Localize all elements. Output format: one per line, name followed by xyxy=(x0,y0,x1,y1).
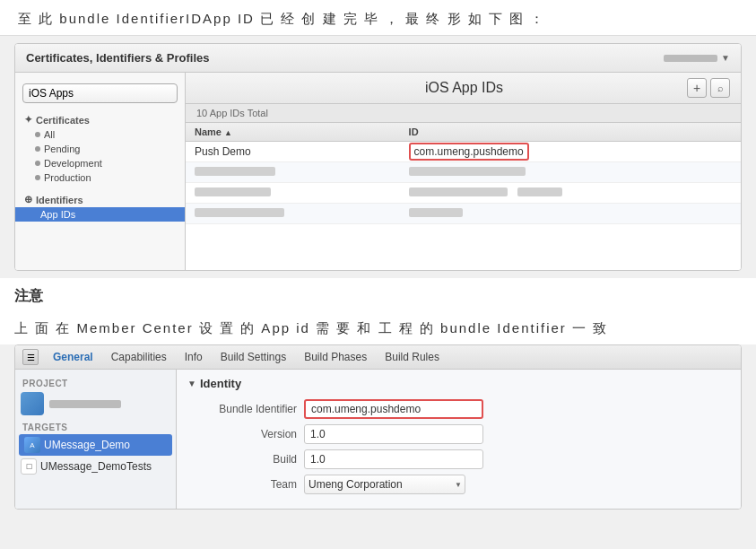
ios-apps-dropdown-wrapper[interactable]: iOS Apps xyxy=(22,83,178,103)
certificates-section: ✦ Certificates xyxy=(15,110,185,127)
cert-main-title: iOS App IDs xyxy=(241,80,687,96)
cert-panel-title: Certificates, Identifiers & Profiles xyxy=(26,51,209,65)
appids-label: App IDs xyxy=(40,209,75,220)
team-row: Team Umeng Corporation xyxy=(187,475,730,494)
row-id xyxy=(400,162,741,183)
bundle-identifier-label: Bundle Identifier xyxy=(187,403,304,415)
tab-build-settings[interactable]: Build Settings xyxy=(217,349,290,365)
certificates-icon: ✦ xyxy=(24,114,32,126)
row-id xyxy=(400,204,741,224)
targets-label: TARGETS xyxy=(15,417,176,434)
row-id: com.umeng.pushdemo xyxy=(400,142,741,162)
sidebar-item-production[interactable]: Production xyxy=(15,170,185,185)
identity-header: ▼ Identity xyxy=(187,377,730,390)
info-text-content: 上 面 在 Member Center 设 置 的 App id 需 要 和 工… xyxy=(14,320,608,336)
blurred-name xyxy=(195,187,271,196)
sidebar-item-appids[interactable]: App IDs xyxy=(15,207,185,222)
note-title: 注意 xyxy=(14,287,742,306)
app-icon: A xyxy=(24,437,40,453)
identifiers-label: Identifiers xyxy=(36,195,83,205)
search-button[interactable]: ⌕ xyxy=(710,78,730,98)
row-name: Push Demo xyxy=(186,142,400,162)
target-umessage-demo-tests[interactable]: ☐ UMessage_DemoTests xyxy=(15,456,176,477)
team-select-wrapper: Umeng Corporation xyxy=(304,475,465,494)
table-row[interactable]: Push Demo com.umeng.pushdemo xyxy=(186,142,741,162)
plus-icon: + xyxy=(693,81,700,95)
tab-info[interactable]: Info xyxy=(181,349,206,365)
target-umessage-demo[interactable]: A UMessage_Demo xyxy=(19,434,172,456)
table-row[interactable] xyxy=(186,162,741,183)
pending-label: Pending xyxy=(44,144,80,154)
xcode-panel: ☰ General Capabilities Info Build Settin… xyxy=(14,344,742,510)
col-id: ID xyxy=(400,123,741,142)
blurred-id2 xyxy=(517,187,562,196)
row-name xyxy=(186,204,400,224)
note-section: 注意 xyxy=(0,278,756,315)
version-label: Version xyxy=(187,428,304,440)
highlighted-id: com.umeng.pushdemo xyxy=(409,143,529,161)
project-label: PROJECT xyxy=(15,377,176,390)
tab-capabilities[interactable]: Capabilities xyxy=(108,349,170,365)
xcode-body: PROJECT TARGETS A UMessage_Demo ☐ UMessa… xyxy=(15,370,741,509)
pending-dot xyxy=(35,146,40,152)
count-label: 10 App IDs Total xyxy=(196,108,268,118)
target-umessage-demo-label: UMessage_Demo xyxy=(44,439,130,451)
blurred-name xyxy=(195,167,275,176)
target-umessage-demo-tests-label: UMessage_DemoTests xyxy=(40,460,152,473)
top-description-text: 至 此 bundle IdentifierIDApp ID 已 经 创 建 完 … xyxy=(18,11,545,26)
blurred-name xyxy=(195,208,284,217)
development-label: Development xyxy=(44,158,102,169)
cert-panel-body: iOS Apps ✦ Certificates All Pending Deve… xyxy=(15,73,741,270)
ios-apps-dropdown[interactable]: iOS Apps xyxy=(22,83,178,103)
version-row: Version xyxy=(187,424,730,444)
identity-title: Identity xyxy=(200,377,241,390)
cert-sidebar: iOS Apps ✦ Certificates All Pending Deve… xyxy=(15,73,186,270)
identity-collapse-arrow[interactable]: ▼ xyxy=(187,379,196,388)
cert-table: Name ▲ ID Push Demo com.umeng xyxy=(186,123,741,270)
cert-main-header: iOS App IDs + ⌕ xyxy=(186,73,741,104)
blurred-id xyxy=(409,208,463,217)
production-label: Production xyxy=(44,172,91,183)
tab-general[interactable]: General xyxy=(49,349,97,365)
bundle-identifier-row: Bundle Identifier xyxy=(187,399,730,419)
project-name-blurred xyxy=(49,400,121,408)
header-blurred xyxy=(664,55,717,62)
col-name: Name ▲ xyxy=(186,123,400,142)
row-name xyxy=(186,162,400,183)
xcode-nav-icon[interactable]: ☰ xyxy=(22,349,39,365)
certificates-label: Certificates xyxy=(36,115,90,126)
xcode-toolbar: ☰ General Capabilities Info Build Settin… xyxy=(15,345,741,370)
version-input[interactable] xyxy=(304,424,483,444)
top-description: 至 此 bundle IdentifierIDApp ID 已 经 创 建 完 … xyxy=(0,0,756,36)
cert-main: iOS App IDs + ⌕ 10 App IDs Total xyxy=(186,73,741,270)
xcode-main: ▼ Identity Bundle Identifier Version Bui… xyxy=(177,370,741,509)
tab-build-phases[interactable]: Build Phases xyxy=(300,349,370,365)
production-dot xyxy=(35,175,40,180)
xcode-sidebar: PROJECT TARGETS A UMessage_Demo ☐ UMessa… xyxy=(15,370,177,509)
cert-panel-menu-icon[interactable]: ▼ xyxy=(721,53,730,63)
build-input[interactable] xyxy=(304,449,483,469)
table-row[interactable] xyxy=(186,204,741,224)
all-label: All xyxy=(44,129,55,140)
sidebar-item-all[interactable]: All xyxy=(15,127,185,142)
development-dot xyxy=(35,161,40,166)
row-id xyxy=(400,183,741,204)
add-button[interactable]: + xyxy=(687,78,707,98)
sort-arrow: ▲ xyxy=(224,128,232,137)
blurred-id xyxy=(409,187,508,196)
cert-panel: Certificates, Identifiers & Profiles ▼ i… xyxy=(14,43,742,271)
tab-build-rules[interactable]: Build Rules xyxy=(381,349,443,365)
team-label: Team xyxy=(187,478,304,491)
identifiers-icon: ⊕ xyxy=(24,194,32,205)
project-icon xyxy=(21,392,44,415)
table-row[interactable] xyxy=(186,183,741,204)
bundle-identifier-input[interactable] xyxy=(304,399,483,419)
all-dot xyxy=(35,132,40,137)
identifiers-section: ⊕ Identifiers xyxy=(15,190,185,207)
test-icon: ☐ xyxy=(21,458,37,475)
sidebar-item-pending[interactable]: Pending xyxy=(15,142,185,156)
cert-panel-header: Certificates, Identifiers & Profiles ▼ xyxy=(15,44,741,73)
team-select[interactable]: Umeng Corporation xyxy=(304,475,465,494)
sidebar-item-development[interactable]: Development xyxy=(15,156,185,170)
cert-main-actions: + ⌕ xyxy=(687,78,730,98)
